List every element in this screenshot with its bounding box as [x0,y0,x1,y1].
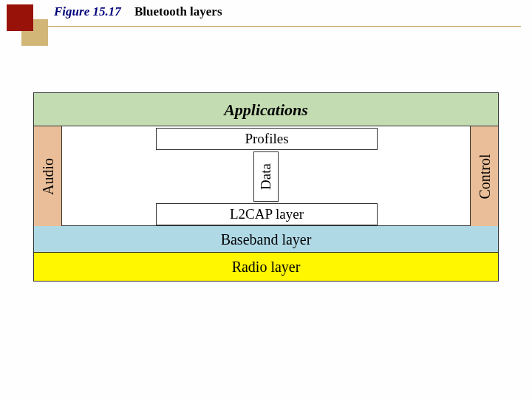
layer-l2cap: L2CAP layer [156,203,378,225]
decor-square-red [7,4,33,31]
control-label: Control [476,154,493,199]
middle-layers: Audio Control Profiles Data L2CAP layer [34,126,498,226]
header-underline [48,26,521,27]
layer-data: Data [253,151,279,202]
bluetooth-layers-diagram: Applications Audio Control Profiles Data… [33,92,499,282]
layer-profiles: Profiles [156,128,378,150]
layer-audio: Audio [34,126,62,226]
layer-radio: Radio layer [34,253,498,281]
layer-control: Control [470,126,498,226]
slide-header: Figure 15.17 Bluetooth layers [0,0,532,52]
data-label: Data [258,163,274,190]
layer-baseband: Baseband layer [34,226,498,253]
figure-title: Bluetooth layers [134,4,222,19]
audio-label: Audio [39,158,56,195]
figure-number: Figure 15.17 [54,4,121,19]
layer-applications: Applications [34,93,498,126]
